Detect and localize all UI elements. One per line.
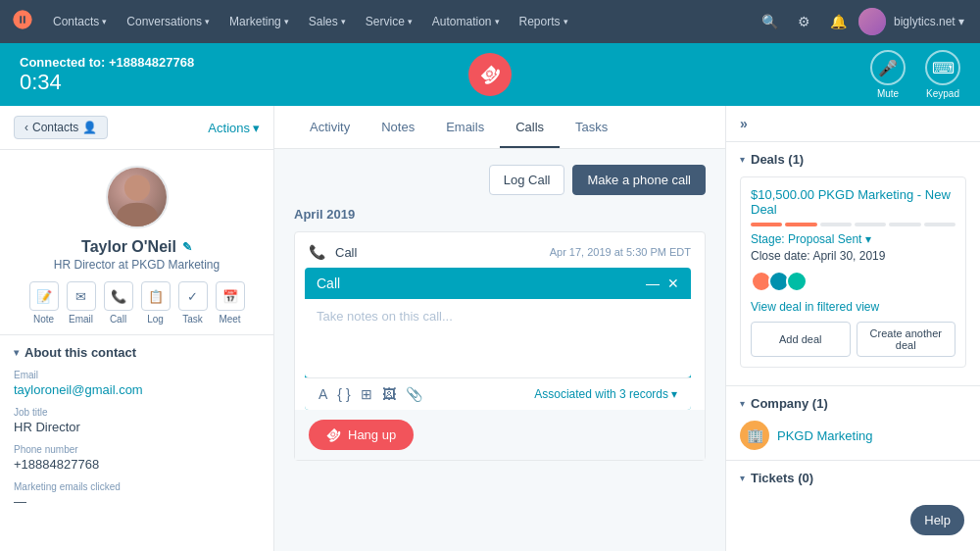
create-deal-button[interactable]: Create another deal [857, 322, 956, 357]
chevron-down-icon: ▾ [102, 17, 107, 26]
tab-calls[interactable]: Calls [500, 108, 560, 148]
settings-icon[interactable]: ⚙ [790, 8, 818, 35]
email-action-button[interactable]: ✉ Email [67, 281, 96, 325]
minimize-button[interactable]: — [646, 276, 660, 291]
progress-step-5 [889, 223, 920, 226]
edit-icon[interactable]: ✎ [182, 240, 192, 254]
table-icon[interactable]: ⊞ [361, 386, 372, 402]
toolbar-icons: A { } ⊞ 🖼 📎 [318, 386, 422, 402]
chevron-down-icon: ▾ [564, 17, 568, 26]
call-action-button[interactable]: 📞 Call [104, 281, 133, 325]
nav-reports[interactable]: Reports ▾ [512, 9, 576, 34]
view-deal-link[interactable]: View deal in filtered view [751, 300, 956, 314]
chevron-down-icon: ▾ [341, 17, 346, 26]
company-icon: 🏢 [740, 421, 769, 450]
help-button[interactable]: Help [910, 505, 964, 535]
hubspot-logo[interactable] [12, 9, 33, 35]
nav-conversations[interactable]: Conversations ▾ [119, 9, 218, 34]
about-section: ▾ About this contact Email tayloroneil@g… [0, 335, 273, 528]
avatar-3 [786, 271, 808, 292]
log-action-button[interactable]: 📋 Log [141, 281, 171, 325]
contact-actions: 📝 Note ✉ Email 📞 Call 📋 Log ✓ Task [29, 281, 245, 325]
action-buttons: Log Call Make a phone call [294, 165, 706, 195]
sidebar-header: ‹ Contacts 👤 Actions ▾ [0, 106, 273, 150]
meet-action-button[interactable]: 📅 Meet [216, 281, 245, 325]
meet-icon: 📅 [216, 281, 245, 311]
task-icon: ✓ [178, 281, 208, 311]
deal-close-date: Close date: April 30, 2019 [751, 249, 956, 263]
tab-tasks[interactable]: Tasks [560, 108, 623, 148]
tickets-section: ▾ Tickets (0) [726, 461, 980, 505]
actions-button[interactable]: Actions ▾ [208, 121, 260, 135]
phone-end-icon: ☎ [474, 59, 505, 89]
deals-section: ▾ Deals (1) $10,500.00 PKGD Marketing - … [726, 142, 980, 386]
log-call-button[interactable]: Log Call [489, 165, 565, 195]
make-phone-call-button[interactable]: Make a phone call [572, 165, 706, 195]
user-avatar[interactable] [858, 8, 886, 35]
call-activity-icon: 📞 [309, 244, 325, 260]
call-icon: 📞 [104, 281, 133, 311]
tab-emails[interactable]: Emails [430, 108, 500, 148]
deal-stage-value[interactable]: Proposal Sent ▾ [788, 232, 871, 246]
company-section-header[interactable]: ▾ Company (1) [740, 396, 966, 411]
expand-icon[interactable]: » [740, 116, 748, 131]
call-toolbar: A { } ⊞ 🖼 📎 Associated with 3 records ▾ [305, 377, 691, 410]
attachment-icon[interactable]: 📎 [406, 386, 422, 402]
back-to-contacts-button[interactable]: ‹ Contacts 👤 [14, 116, 108, 139]
text-format-icon[interactable]: A [318, 386, 327, 402]
tickets-section-header[interactable]: ▾ Tickets (0) [740, 471, 966, 485]
progress-step-3 [820, 223, 852, 226]
deals-section-header[interactable]: ▾ Deals (1) [740, 152, 966, 167]
nav-contacts[interactable]: Contacts ▾ [45, 9, 115, 34]
content-area: Log Call Make a phone call April 2019 📞 … [274, 149, 725, 551]
hang-up-area: ☎ Hang up [295, 410, 705, 460]
close-button[interactable]: ✕ [667, 276, 679, 291]
deal-name[interactable]: $10,500.00 PKGD Marketing - New Deal [751, 187, 956, 217]
main-layout: ‹ Contacts 👤 Actions ▾ Taylor O'Neil ✎ H… [0, 106, 980, 551]
mute-icon: 🎤 [870, 50, 906, 85]
chevron-down-icon: ▾ [740, 154, 745, 165]
nav-automation[interactable]: Automation ▾ [424, 9, 508, 34]
chevron-left-icon: ‹ [24, 121, 28, 134]
contact-profile: Taylor O'Neil ✎ HR Director at PKGD Mark… [0, 150, 273, 335]
right-panel-toggle: » [726, 106, 980, 142]
hang-up-button[interactable]: ☎ Hang up [309, 420, 414, 450]
tab-activity[interactable]: Activity [294, 108, 366, 148]
search-icon[interactable]: 🔍 [754, 8, 786, 35]
avatar-image [108, 168, 167, 226]
company-item: 🏢 PKGD Marketing [740, 421, 966, 450]
about-header[interactable]: ▾ About this contact [14, 345, 260, 360]
call-popup-header: Call — ✕ [305, 268, 691, 299]
progress-step-2 [785, 223, 816, 226]
deal-buttons: Add deal Create another deal [751, 322, 956, 357]
email-field: Email tayloroneil@gmail.com [14, 370, 260, 397]
phone-end-icon: ☎ [323, 425, 345, 446]
job-title-field: Job title HR Director [14, 407, 260, 434]
note-action-button[interactable]: 📝 Note [29, 281, 59, 325]
right-panel: » ▾ Deals (1) $10,500.00 PKGD Marketing … [725, 106, 980, 551]
task-action-button[interactable]: ✓ Task [178, 281, 208, 325]
nav-service[interactable]: Service ▾ [358, 9, 420, 34]
keypad-icon: ⌨ [925, 50, 960, 85]
call-timer: 0:34 [20, 70, 194, 95]
chevron-down-icon: ▾ [495, 17, 500, 26]
add-deal-button[interactable]: Add deal [751, 322, 851, 357]
call-notes-input[interactable]: Take notes on this call... [317, 309, 679, 324]
svg-point-1 [123, 175, 149, 201]
tab-notes[interactable]: Notes [366, 108, 430, 148]
associated-records-link[interactable]: Associated with 3 records ▾ [534, 387, 677, 401]
top-navigation: Contacts ▾ Conversations ▾ Marketing ▾ S… [0, 0, 980, 43]
chevron-down-icon: ▾ [205, 17, 210, 26]
company-name[interactable]: PKGD Marketing [777, 428, 873, 443]
call-info: Connected to: +18884827768 0:34 [20, 55, 194, 95]
snippet-icon[interactable]: { } [337, 386, 350, 402]
mute-button[interactable]: 🎤 Mute [870, 50, 906, 99]
notifications-icon[interactable]: 🔔 [822, 8, 855, 35]
account-name[interactable]: biglytics.net ▾ [890, 9, 968, 34]
keypad-button[interactable]: ⌨ Keypad [925, 50, 960, 99]
nav-marketing[interactable]: Marketing ▾ [221, 9, 297, 34]
image-icon[interactable]: 🖼 [382, 386, 396, 402]
svg-point-2 [117, 203, 157, 228]
call-end-button[interactable]: ☎ [468, 53, 512, 96]
nav-sales[interactable]: Sales ▾ [301, 9, 354, 34]
